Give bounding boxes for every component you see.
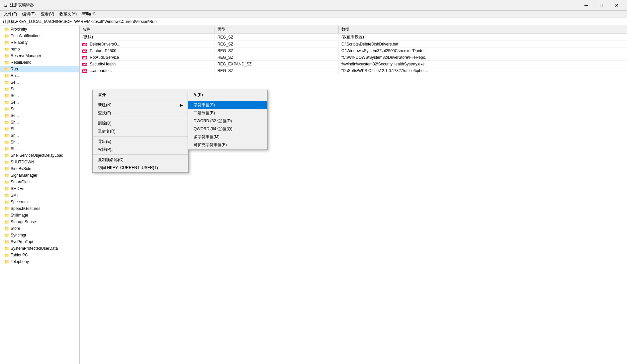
ctx-expand[interactable]: 展开 (93, 91, 188, 99)
folder-icon: 📁 (4, 232, 9, 238)
tree-item-speechgestures[interactable]: 📁 SpeechGestures (0, 205, 79, 212)
tree-item-label: Syncmgr (11, 233, 26, 237)
folder-icon: 📁 (4, 53, 9, 58)
tree-item-label: SystemProtectedUserData (11, 246, 58, 251)
tree-item-signalmanager[interactable]: 📁 SignalManager (0, 172, 79, 179)
tree-item-se3[interactable]: 📁 Se... (0, 92, 79, 99)
tree-item-sh2[interactable]: 📁 Sh... (0, 126, 79, 132)
table-row[interactable]: ab RtkAudUService REG_SZ "C:\WINDOWS\Sys… (80, 54, 627, 61)
subcx-string[interactable]: 字符串值(S) (188, 101, 267, 109)
tree-item-label: Se... (11, 80, 19, 85)
table-row[interactable]: ab Pantum-P2500... REG_SZ C:\Windows\Sys… (80, 47, 627, 54)
tree-item-run[interactable]: 📁 Run (0, 66, 79, 72)
tree-item-sidebyside[interactable]: 📁 SideBySide (0, 165, 79, 172)
tree-item-syspreptapi[interactable]: 📁 SysPrepTapi (0, 238, 79, 245)
subcx-label: QWORD (64 位)值(Q) (194, 126, 232, 132)
tree-item-label: Run (11, 67, 18, 71)
ctx-separator (93, 154, 188, 155)
tree-item-label: ReserveManager (11, 53, 41, 58)
tree-item-syncmgr[interactable]: 📁 Syncmgr (0, 232, 79, 238)
tree-item-se2[interactable]: 📁 Se... (0, 86, 79, 92)
ctx-label: 查找(F)... (98, 110, 114, 116)
folder-icon: 📁 (4, 186, 9, 191)
tree-item-smartglass[interactable]: 📁 SmartGlass (0, 179, 79, 185)
menu-edit[interactable]: 编辑(E) (20, 11, 38, 18)
tree-item-storagesense[interactable]: 📁 StorageSense (0, 219, 79, 225)
ctx-new[interactable]: 新建(N) ▶ (93, 101, 188, 109)
tree-item-proximity[interactable]: 📁 Proximity (0, 26, 79, 33)
ctx-export[interactable]: 导出(E) (93, 137, 188, 145)
folder-icon: 📁 (4, 80, 9, 85)
tree-item-run2[interactable]: 📁 Ru... (0, 72, 79, 79)
ctx-delete[interactable]: 删除(D) (93, 119, 188, 127)
tree-item-spectrum[interactable]: 📁 Spectrum (0, 199, 79, 205)
tree-item-sh4[interactable]: 📁 Sh... (0, 139, 79, 145)
ctx-find[interactable]: 查找(F)... (93, 109, 188, 117)
tree-item-shellservice[interactable]: 📁 ShellServiceObjectDelayLoad (0, 152, 79, 159)
tree-item-se1[interactable]: 📁 Se... (0, 79, 79, 86)
tree-item-label: StorageSense (11, 220, 36, 224)
tree-item-pushnotifications[interactable]: 📁 PushNotifications (0, 33, 79, 39)
folder-icon: 📁 (4, 226, 9, 231)
tree-item-sh1[interactable]: 📁 Sh... (0, 119, 79, 126)
menu-view[interactable]: 查看(V) (38, 11, 57, 18)
ctx-rename[interactable]: 重命名(R) (93, 127, 188, 135)
tree-item-label: ...autoauto... (90, 68, 112, 73)
subcx-key[interactable]: 项(K) (188, 91, 267, 99)
tree-panel[interactable]: 📁 Proximity 📁 PushNotifications 📁 Reliab… (0, 26, 80, 364)
minimize-button[interactable]: ─ (579, 0, 594, 11)
close-button[interactable]: ✕ (609, 0, 624, 11)
menu-file[interactable]: 文件(F) (1, 11, 20, 18)
tree-item-telephony[interactable]: 📁 Telephony (0, 258, 79, 265)
folder-icon: 📁 (4, 113, 9, 118)
subcx-binary[interactable]: 二进制值(B) (188, 109, 267, 117)
tree-item-shutdown[interactable]: 📁 SHUTDOWN (0, 159, 79, 165)
ctx-label: 导出(E) (98, 139, 111, 144)
tree-item-se4[interactable]: 📁 Se... (0, 99, 79, 106)
folder-icon: 📁 (4, 159, 9, 165)
tree-item-tabletpc[interactable]: 📁 Tablet PC (0, 252, 79, 258)
maximize-button[interactable]: □ (594, 0, 609, 11)
tree-item-label: ShellServiceObjectDelayLoad (11, 153, 63, 158)
tree-item-se6[interactable]: 📁 Se... (0, 112, 79, 119)
menu-help[interactable]: 帮助(H) (79, 11, 98, 18)
tree-item-store[interactable]: 📁 Store (0, 225, 79, 232)
ctx-copy-name[interactable]: 复制项名称(C) (93, 156, 188, 164)
menu-favorites[interactable]: 收藏夹(A) (57, 11, 79, 18)
subcx-multistring[interactable]: 多字符串值(M) (188, 133, 267, 141)
table-row[interactable]: ab SecurityHealth REG_EXPAND_SZ %windir%… (80, 61, 627, 67)
tree-item-smden[interactable]: 📁 SMDEn (0, 185, 79, 192)
subcx-label: 多字符串值(M) (194, 134, 220, 140)
cell-name: ab Pantum-P2500... (80, 47, 215, 54)
tree-item-systemprotected[interactable]: 📁 SystemProtectedUserData (0, 245, 79, 252)
ctx-access-hkcu[interactable]: 访问 HKEY_CURRENT_USER(T) (93, 164, 188, 172)
ab-icon: ab (82, 56, 87, 59)
tree-item-rempl[interactable]: 📁 rempl (0, 46, 79, 52)
tree-item-reliability[interactable]: 📁 Reliability (0, 39, 79, 46)
folder-icon: 📁 (4, 239, 9, 244)
tree-item-reservemanager[interactable]: 📁 ReserveManager (0, 52, 79, 59)
tree-item-retaildemo[interactable]: 📁 RetailDemo (0, 59, 79, 66)
folder-icon: 📁 (4, 213, 9, 218)
tree-item-label: SecurityHealth (90, 62, 116, 66)
tree-item-stillimage[interactable]: 📁 StillImage (0, 212, 79, 219)
cell-data: C:\Scripts\DeleteDiskDrivers.bat (339, 41, 627, 47)
table-row[interactable]: ab DeleteDriversO... REG_SZ C:\Scripts\D… (80, 41, 627, 47)
col-data[interactable]: 数据 (339, 26, 627, 33)
table-row[interactable]: (默认) REG_SZ (数值未设置) (80, 33, 627, 41)
subcx-dword[interactable]: DWORD (32 位)值(D) (188, 117, 267, 125)
tree-item-se5[interactable]: 📁 Se... (0, 106, 79, 112)
tree-item-smi[interactable]: 📁 SMI (0, 192, 79, 199)
folder-icon: 📁 (4, 199, 9, 205)
tree-item-sh3[interactable]: 📁 Sh... (0, 132, 79, 139)
ctx-permissions[interactable]: 权限(P)... (93, 145, 188, 153)
subcx-expandstring[interactable]: 可扩充字符串值(E) (188, 141, 267, 149)
tree-item-sh5[interactable]: 📁 Sh... (0, 145, 79, 152)
col-name[interactable]: 名称 (80, 26, 215, 33)
address-path: 计算机\HKEY_LOCAL_MACHINE\SOFTWARE\Microsof… (3, 19, 157, 25)
col-type[interactable]: 类型 (215, 26, 338, 33)
table-row[interactable]: ab ...autoauto... REG_SZ "D:\Softs\WPS O… (80, 67, 627, 74)
tree-item-label: DeleteDriversO... (90, 42, 120, 46)
subcx-qword[interactable]: QWORD (64 位)值(Q) (188, 125, 267, 133)
tree-item-label: Ru... (11, 73, 19, 78)
